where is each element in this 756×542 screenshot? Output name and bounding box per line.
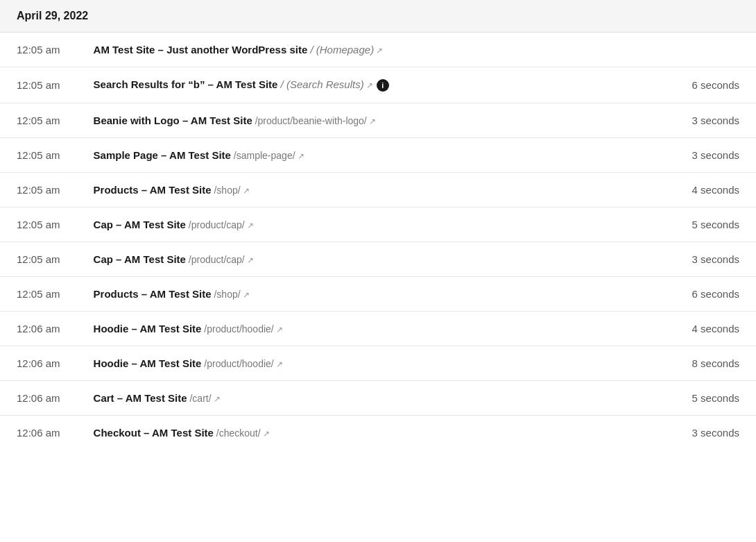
duration-cell: 8 seconds <box>673 346 756 381</box>
date-label: April 29, 2022 <box>17 10 88 22</box>
external-link-icon[interactable]: ↗ <box>243 290 250 300</box>
time-cell: 12:06 am <box>0 346 77 381</box>
page-cell: Search Results for “b” – AM Test Site / … <box>77 67 673 103</box>
page-url: /product/cap/ <box>186 254 245 265</box>
time-cell: 12:05 am <box>0 173 77 208</box>
page-title: Products – AM Test Site <box>94 184 212 196</box>
page-url: /product/hoodie/ <box>201 323 273 334</box>
duration-cell: 3 seconds <box>673 103 756 138</box>
time-cell: 12:06 am <box>0 416 77 450</box>
page-cell: AM Test Site – Just another WordPress si… <box>77 33 673 67</box>
time-cell: 12:05 am <box>0 242 77 277</box>
duration-cell: 3 seconds <box>673 138 756 173</box>
time-cell: 12:05 am <box>0 33 77 67</box>
table-row: 12:05 amCap – AM Test Site /product/cap/… <box>0 208 756 242</box>
page-url: /shop/ <box>212 289 241 300</box>
external-link-icon[interactable]: ↗ <box>298 151 304 161</box>
table-row: 12:05 amSearch Results for “b” – AM Test… <box>0 67 756 103</box>
page-url: /shop/ <box>212 185 241 196</box>
page-url: /product/cap/ <box>186 219 245 230</box>
external-link-icon[interactable]: ↗ <box>276 359 283 369</box>
table-row: 12:05 amAM Test Site – Just another Word… <box>0 33 756 67</box>
page-title: Beanie with Logo – AM Test Site <box>94 115 252 126</box>
page-title: AM Test Site – Just another WordPress si… <box>94 44 308 56</box>
table-row: 12:05 amProducts – AM Test Site /shop/↗6… <box>0 277 756 312</box>
page-title: Cap – AM Test Site <box>94 253 186 265</box>
duration-cell: 6 seconds <box>673 67 756 103</box>
duration-cell: 6 seconds <box>673 277 756 312</box>
page-title: Hoodie – AM Test Site <box>94 357 202 369</box>
page-title: Search Results for “b” – AM Test Site <box>94 78 278 90</box>
page-cell: Checkout – AM Test Site /checkout/↗ <box>77 416 673 450</box>
session-table: 12:05 amAM Test Site – Just another Word… <box>0 33 756 450</box>
page-cell: Sample Page – AM Test Site /sample-page/… <box>77 138 673 173</box>
external-link-icon[interactable]: ↗ <box>366 81 373 90</box>
time-cell: 12:05 am <box>0 67 77 103</box>
time-cell: 12:06 am <box>0 381 77 416</box>
page-cell: Products – AM Test Site /shop/↗ <box>77 277 673 312</box>
page-url: /cart/ <box>187 393 212 404</box>
time-cell: 12:05 am <box>0 138 77 173</box>
time-cell: 12:06 am <box>0 312 77 346</box>
duration-cell: 5 seconds <box>673 381 756 416</box>
page-cell: Products – AM Test Site /shop/↗ <box>77 173 673 208</box>
table-row: 12:06 amCheckout – AM Test Site /checkou… <box>0 416 756 450</box>
page-title: Hoodie – AM Test Site <box>94 323 202 334</box>
external-link-icon[interactable]: ↗ <box>263 429 270 439</box>
external-link-icon[interactable]: ↗ <box>369 117 376 126</box>
page-cell: Cap – AM Test Site /product/cap/↗ <box>77 242 673 277</box>
page-url: /product/beanie-with-logo/ <box>252 115 367 126</box>
time-cell: 12:05 am <box>0 208 77 242</box>
duration-cell <box>673 33 756 67</box>
date-header: April 29, 2022 <box>0 0 756 33</box>
page-url: /sample-page/ <box>231 150 295 161</box>
table-row: 12:05 amCap – AM Test Site /product/cap/… <box>0 242 756 277</box>
time-cell: 12:05 am <box>0 103 77 138</box>
page-title: Cart – AM Test Site <box>94 392 187 404</box>
duration-cell: 5 seconds <box>673 208 756 242</box>
info-icon[interactable]: i <box>377 79 389 92</box>
external-link-icon[interactable]: ↗ <box>243 186 250 196</box>
page-title: Products – AM Test Site <box>94 288 212 300</box>
table-row: 12:05 amSample Page – AM Test Site /samp… <box>0 138 756 173</box>
page-label: / (Search Results) <box>277 78 363 90</box>
time-cell: 12:05 am <box>0 277 77 312</box>
page-title: Checkout – AM Test Site <box>94 427 214 439</box>
page-label: / (Homepage) <box>307 44 374 56</box>
page-title: Cap – AM Test Site <box>94 219 186 230</box>
page-cell: Cap – AM Test Site /product/cap/↗ <box>77 208 673 242</box>
duration-cell: 3 seconds <box>673 416 756 450</box>
page-url: /checkout/ <box>214 427 261 439</box>
external-link-icon[interactable]: ↗ <box>247 255 254 265</box>
table-row: 12:06 amHoodie – AM Test Site /product/h… <box>0 312 756 346</box>
page-title: Sample Page – AM Test Site <box>94 149 231 161</box>
page-cell: Cart – AM Test Site /cart/↗ <box>77 381 673 416</box>
external-link-icon[interactable]: ↗ <box>276 325 283 334</box>
page-cell: Hoodie – AM Test Site /product/hoodie/↗ <box>77 346 673 381</box>
table-row: 12:06 amHoodie – AM Test Site /product/h… <box>0 346 756 381</box>
duration-cell: 4 seconds <box>673 312 756 346</box>
duration-cell: 4 seconds <box>673 173 756 208</box>
page-url: /product/hoodie/ <box>201 358 273 369</box>
page-cell: Hoodie – AM Test Site /product/hoodie/↗ <box>77 312 673 346</box>
table-row: 12:05 amBeanie with Logo – AM Test Site … <box>0 103 756 138</box>
external-link-icon[interactable]: ↗ <box>247 221 254 230</box>
external-link-icon[interactable]: ↗ <box>376 46 383 56</box>
external-link-icon[interactable]: ↗ <box>214 394 221 404</box>
duration-cell: 3 seconds <box>673 242 756 277</box>
page-cell: Beanie with Logo – AM Test Site /product… <box>77 103 673 138</box>
table-row: 12:06 amCart – AM Test Site /cart/↗5 sec… <box>0 381 756 416</box>
table-row: 12:05 amProducts – AM Test Site /shop/↗4… <box>0 173 756 208</box>
